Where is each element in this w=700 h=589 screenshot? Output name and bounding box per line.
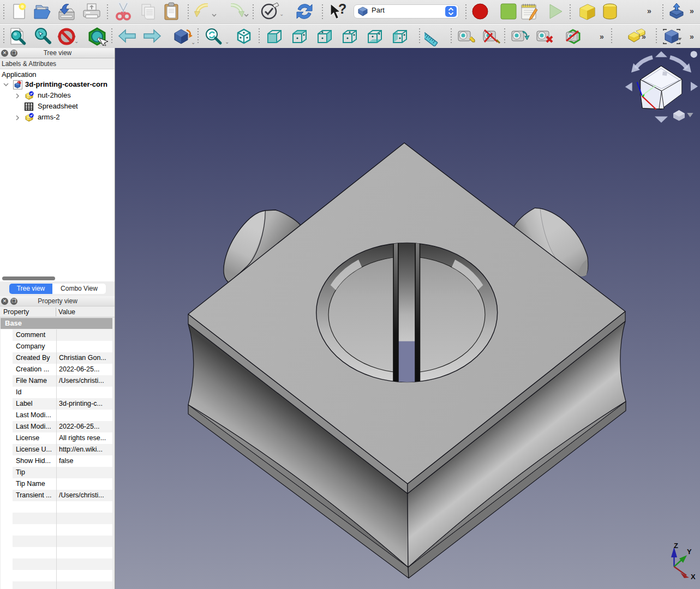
svg-text:?: ? <box>338 2 346 16</box>
svg-text:Z: Z <box>674 542 678 550</box>
svg-text:⌄: ⌄ <box>74 38 79 44</box>
svg-text:⌄: ⌄ <box>279 11 284 17</box>
svg-text:⌄: ⌄ <box>225 39 229 45</box>
svg-text:⌄: ⌄ <box>191 39 195 45</box>
svg-text:X: X <box>691 573 696 581</box>
svg-text:Y: Y <box>687 548 692 556</box>
